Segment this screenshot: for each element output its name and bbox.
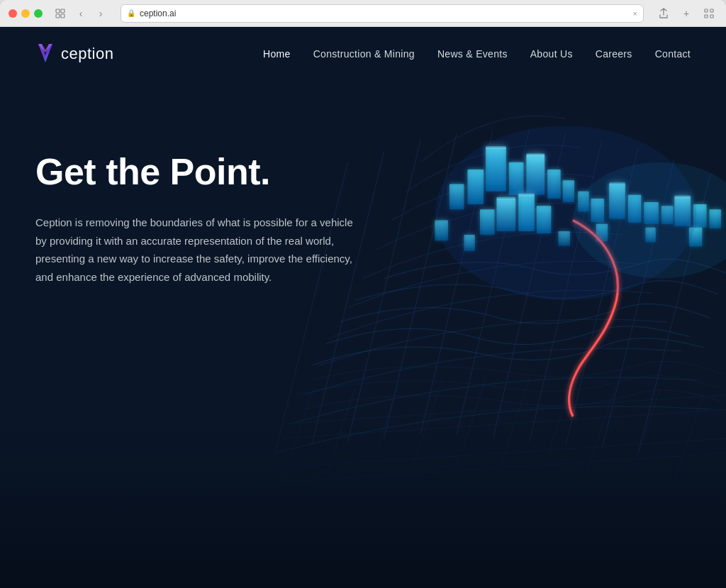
svg-rect-0 bbox=[56, 9, 60, 13]
browser-window: ‹ › 🔒 ception.ai × + bbox=[0, 0, 726, 588]
hero-title: Get the Point. bbox=[35, 152, 362, 192]
browser-titlebar: ‹ › 🔒 ception.ai × + bbox=[0, 0, 726, 27]
website-content: ception Home Construction & Mining News … bbox=[0, 27, 726, 588]
nav-links: Home Construction & Mining News & Events… bbox=[263, 48, 691, 60]
browser-navigation: ‹ › bbox=[72, 5, 109, 22]
navbar: ception Home Construction & Mining News … bbox=[0, 27, 726, 81]
close-tab-icon[interactable]: × bbox=[633, 9, 637, 18]
logo-icon bbox=[35, 43, 55, 65]
url-text: ception.ai bbox=[140, 9, 176, 18]
hero-description: Ception is removing the boundaries of wh… bbox=[35, 213, 362, 286]
address-bar[interactable]: 🔒 ception.ai × bbox=[121, 4, 644, 23]
share-button[interactable] bbox=[655, 5, 672, 22]
close-button[interactable] bbox=[9, 9, 17, 18]
grid-view-button[interactable] bbox=[700, 5, 717, 22]
lock-icon: 🔒 bbox=[127, 9, 135, 17]
minimize-button[interactable] bbox=[21, 9, 30, 18]
svg-rect-3 bbox=[61, 14, 65, 18]
svg-rect-4 bbox=[705, 9, 708, 12]
nav-construction[interactable]: Construction & Mining bbox=[313, 48, 415, 60]
hero-section: Get the Point. Ception is removing the b… bbox=[0, 81, 397, 328]
back-button[interactable]: ‹ bbox=[72, 5, 89, 22]
svg-rect-5 bbox=[710, 9, 713, 12]
window-layout-icon[interactable] bbox=[54, 7, 67, 20]
traffic-lights bbox=[9, 9, 43, 18]
nav-home[interactable]: Home bbox=[263, 48, 291, 60]
svg-marker-43 bbox=[38, 44, 52, 62]
svg-rect-1 bbox=[61, 9, 65, 13]
svg-rect-7 bbox=[710, 15, 713, 18]
svg-rect-2 bbox=[56, 14, 60, 18]
nav-careers[interactable]: Careers bbox=[596, 48, 632, 60]
address-bar-container: 🔒 ception.ai × bbox=[121, 4, 644, 23]
logo[interactable]: ception bbox=[35, 43, 113, 65]
logo-text: ception bbox=[61, 45, 113, 63]
new-tab-button[interactable]: + bbox=[678, 5, 695, 22]
svg-rect-6 bbox=[705, 15, 708, 18]
nav-contact[interactable]: Contact bbox=[655, 48, 691, 60]
nav-news[interactable]: News & Events bbox=[437, 48, 508, 60]
browser-actions: + bbox=[655, 5, 717, 22]
forward-button[interactable]: › bbox=[92, 5, 109, 22]
nav-about[interactable]: About Us bbox=[530, 48, 573, 60]
maximize-button[interactable] bbox=[34, 9, 43, 18]
